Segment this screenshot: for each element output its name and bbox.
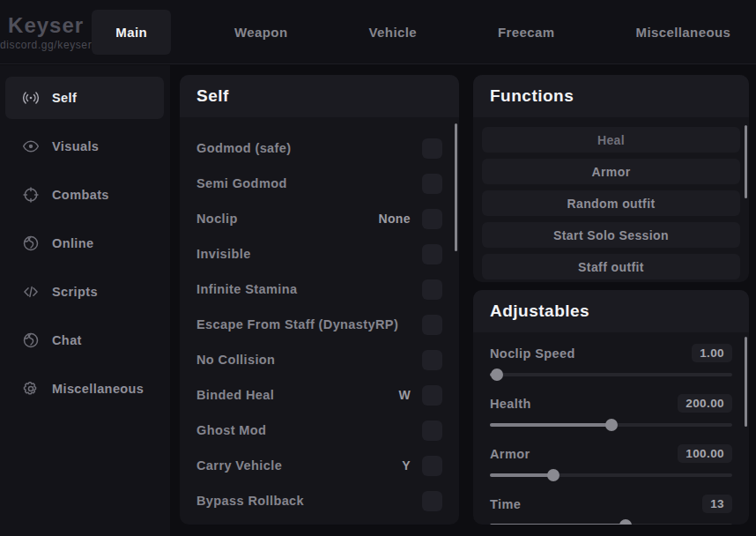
option-checkbox[interactable]	[422, 279, 442, 300]
option-checkbox[interactable]	[422, 491, 442, 511]
slider-track	[490, 373, 732, 376]
sidebar-item[interactable]: Combats	[5, 174, 164, 216]
eye-icon	[22, 138, 40, 155]
adjustable-slider[interactable]	[490, 469, 732, 481]
option-label: Semi Godmod	[196, 176, 422, 190]
option-row: Godmod (safe)	[180, 130, 459, 166]
sidebar-item-label: Visuals	[52, 139, 99, 153]
function-button[interactable]: Armor	[482, 159, 740, 184]
gear-icon	[22, 380, 40, 398]
tab[interactable]: Freecam	[471, 10, 582, 55]
adjustable-label: Time	[490, 497, 521, 511]
option-row: Noclip None	[180, 201, 459, 236]
brand: Keyser discord.gg/keyser	[0, 13, 92, 51]
option-label: Carry Vehicle	[196, 458, 402, 473]
adjustable-group: Health 200.00	[490, 394, 732, 431]
functions-panel: Functions HealArmorRandom outfitStart So…	[473, 75, 749, 282]
self-scrollbar[interactable]	[455, 123, 457, 251]
slider-fill	[490, 524, 626, 525]
adjustable-slider[interactable]	[490, 419, 732, 431]
option-checkbox[interactable]	[422, 174, 442, 194]
option-checkbox[interactable]	[422, 315, 442, 335]
sidebar-item[interactable]: Chat	[5, 319, 164, 361]
option-row: Infinite Stamina	[180, 272, 459, 307]
keybind-label: Y	[402, 458, 411, 473]
option-label: Godmod (safe)	[196, 141, 422, 155]
option-row: Binded Heal W	[180, 377, 459, 413]
option-checkbox[interactable]	[422, 209, 442, 229]
adjustables-scrollbar[interactable]	[745, 337, 747, 427]
main-tab-bar: MainWeaponVehicleFreecamMiscellaneous	[92, 0, 756, 63]
slider-thumb[interactable]	[491, 368, 503, 381]
adjustable-slider-list: Noclip Speed 1.00 Health 200.00	[473, 332, 749, 525]
keybind-label: None	[378, 212, 411, 226]
slider-thumb[interactable]	[605, 419, 618, 431]
slider-fill	[490, 423, 611, 427]
adjustable-label: Noclip Speed	[490, 346, 575, 361]
option-label: Ghost Mod	[196, 423, 422, 437]
function-button[interactable]: Random outfit	[482, 190, 740, 216]
function-button[interactable]: Staff outfit	[482, 254, 740, 279]
option-checkbox[interactable]	[422, 385, 442, 406]
option-checkbox[interactable]	[422, 138, 442, 159]
functions-scrollbar[interactable]	[745, 125, 747, 198]
adjustable-label: Armor	[490, 447, 530, 461]
top-header: Keyser discord.gg/keyser MainWeaponVehic…	[0, 0, 756, 64]
tab[interactable]: Weapon	[208, 10, 314, 55]
option-row: Semi Godmod	[180, 166, 459, 201]
sidebar-item-label: Self	[52, 91, 77, 105]
option-row: Bypass Rollback	[180, 483, 459, 518]
broadcast-icon	[22, 89, 40, 107]
sidebar-item-label: Chat	[52, 333, 82, 347]
option-checkbox[interactable]	[422, 350, 442, 370]
tab[interactable]: Vehicle	[343, 10, 444, 55]
option-row: Escape From Staff (DynastyRP)	[180, 307, 459, 342]
sidebar-item[interactable]: Online	[5, 222, 164, 264]
adjustable-slider[interactable]	[490, 519, 732, 525]
tab[interactable]: Main	[92, 10, 171, 55]
option-row: Invisible	[180, 236, 459, 272]
adjustable-slider[interactable]	[490, 368, 732, 381]
keybind-label: W	[398, 388, 411, 402]
adjustable-value: 200.00	[678, 394, 732, 413]
sidebar: Self Visuals Combats Online Scripts Chat…	[0, 65, 170, 536]
adjustable-value: 100.00	[678, 444, 732, 463]
option-label: Noclip	[196, 212, 378, 226]
option-label: Bypass Rollback	[196, 494, 422, 508]
self-panel-title: Self	[180, 75, 459, 117]
self-option-list: Godmod (safe) Semi Godmod Noclip None In…	[180, 117, 459, 518]
code-icon	[22, 283, 40, 301]
adjustables-panel-title: Adjustables	[473, 290, 749, 332]
sidebar-item[interactable]: Scripts	[5, 271, 164, 313]
globe-icon	[22, 234, 40, 252]
functions-panel-title: Functions	[473, 75, 749, 117]
discord-link: discord.gg/keyser	[0, 39, 92, 51]
sidebar-item[interactable]: Miscellaneous	[5, 368, 164, 410]
function-button-list: HealArmorRandom outfitStart Solo Session…	[473, 117, 749, 279]
option-checkbox[interactable]	[422, 421, 442, 441]
function-button[interactable]: Start Solo Session	[482, 222, 740, 248]
adjustable-value: 13	[702, 495, 732, 513]
sidebar-item-label: Miscellaneous	[52, 382, 144, 396]
option-label: Infinite Stamina	[196, 282, 422, 296]
adjustable-group: Noclip Speed 1.00	[490, 344, 732, 381]
slider-thumb[interactable]	[547, 469, 560, 481]
keyser-mod-menu: Keyser discord.gg/keyser MainWeaponVehic…	[0, 0, 756, 536]
option-label: Invisible	[196, 247, 422, 261]
adjustable-label: Health	[490, 397, 531, 411]
sidebar-item-label: Scripts	[52, 285, 98, 299]
adjustable-group: Time 13	[490, 495, 732, 525]
function-button[interactable]: Heal	[482, 127, 740, 153]
option-label: Binded Heal	[196, 388, 398, 402]
option-checkbox[interactable]	[422, 244, 442, 264]
sidebar-item[interactable]: Visuals	[5, 125, 164, 168]
adjustable-group: Armor 100.00	[490, 444, 732, 481]
option-checkbox[interactable]	[422, 456, 442, 476]
slider-thumb[interactable]	[619, 519, 632, 525]
tab[interactable]: Miscellaneous	[610, 10, 756, 55]
sidebar-item-label: Combats	[52, 188, 109, 202]
adjustable-value: 1.00	[692, 344, 732, 362]
crosshair-icon	[22, 186, 40, 204]
option-row: Carry Vehicle Y	[180, 448, 459, 483]
sidebar-item[interactable]: Self	[5, 77, 164, 119]
